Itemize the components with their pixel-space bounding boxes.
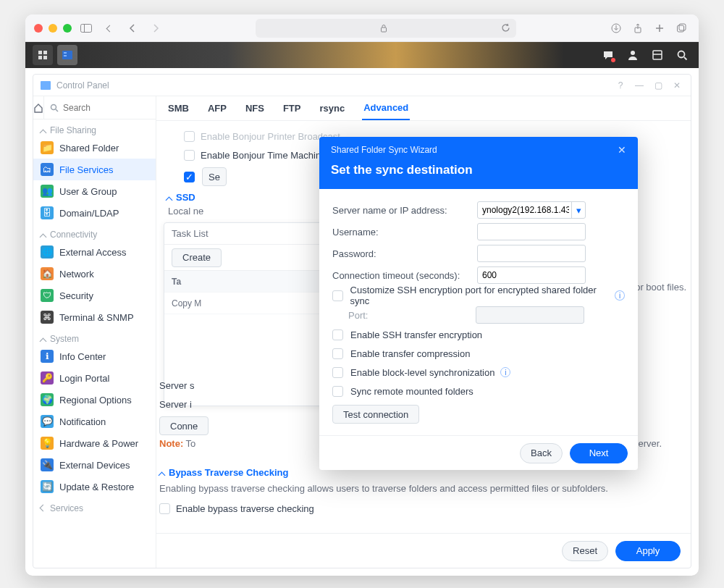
connect-button[interactable]: Conne bbox=[159, 416, 209, 435]
sidebar-item-external-devices[interactable]: 🔌External Devices bbox=[33, 454, 156, 476]
sidebar-item-file-services[interactable]: 🗂File Services bbox=[33, 159, 156, 180]
sidebar-item-terminal-snmp[interactable]: ⌘Terminal & SNMP bbox=[33, 306, 156, 328]
dsm-widgets-icon[interactable] bbox=[648, 46, 667, 64]
task-create-button[interactable]: Create bbox=[172, 248, 222, 267]
sidebar-item-notification[interactable]: 💬Notification bbox=[33, 411, 156, 432]
maximize-window-dot[interactable] bbox=[63, 24, 72, 33]
forward-icon[interactable] bbox=[147, 20, 164, 37]
server-combo[interactable]: ▾ bbox=[477, 201, 586, 219]
checkbox[interactable] bbox=[332, 290, 343, 301]
sidebar-item-shared-folder[interactable]: 📁Shared Folder bbox=[33, 137, 156, 159]
close-window-dot[interactable] bbox=[34, 24, 43, 33]
bypass-desc: Enabling bypass traverse checking allows… bbox=[159, 483, 683, 494]
window-close-icon[interactable]: ✕ bbox=[670, 80, 683, 91]
sidebar-search-input[interactable] bbox=[63, 103, 172, 113]
wizard-back-button[interactable]: Back bbox=[520, 443, 563, 463]
wizard-next-button[interactable]: Next bbox=[570, 443, 628, 463]
tab-nfs[interactable]: NFS bbox=[244, 97, 266, 119]
side-group-services[interactable]: Services bbox=[33, 497, 156, 515]
reset-button[interactable]: Reset bbox=[562, 541, 608, 561]
window-minimize-icon[interactable]: — bbox=[633, 80, 646, 91]
chk-custom-ssh-label: Customize SSH encryption port for encryp… bbox=[350, 285, 610, 306]
dsm-user-icon[interactable] bbox=[623, 46, 642, 64]
tab-advanced[interactable]: Advanced bbox=[362, 96, 410, 120]
notification-icon: 💬 bbox=[41, 415, 54, 428]
wizard-title: Set the sync destination bbox=[331, 163, 626, 177]
checkbox[interactable] bbox=[159, 503, 170, 514]
sidebar-item-domain-ldap[interactable]: 🗄Domain/LDAP bbox=[33, 202, 156, 224]
address-bar[interactable] bbox=[256, 19, 516, 38]
checkbox[interactable] bbox=[184, 131, 195, 142]
test-connection-button[interactable]: Test connection bbox=[332, 405, 419, 424]
new-tab-icon[interactable] bbox=[651, 20, 668, 37]
server-input[interactable] bbox=[477, 201, 586, 219]
svg-rect-6 bbox=[679, 24, 686, 30]
apply-button[interactable]: Apply bbox=[615, 541, 681, 561]
password-input[interactable] bbox=[477, 245, 586, 262]
svg-rect-13 bbox=[64, 55, 67, 56]
tab-ftp[interactable]: FTP bbox=[282, 97, 303, 119]
svg-point-14 bbox=[631, 51, 635, 55]
address-bar-wrap bbox=[170, 19, 602, 38]
sidebar-item-login-portal[interactable]: 🔑Login Portal bbox=[33, 367, 156, 389]
set-tm-folders-button[interactable]: Se bbox=[202, 167, 227, 186]
browser-window: Control Panel ? — ▢ ✕ File Sharing 📁Shar… bbox=[25, 14, 699, 576]
dsm-control-panel-taskbar-icon[interactable] bbox=[57, 45, 77, 65]
checkbox-checked[interactable]: ✓ bbox=[184, 172, 195, 182]
checkbox[interactable] bbox=[184, 150, 195, 161]
username-input[interactable] bbox=[477, 223, 586, 240]
dsm-chat-icon[interactable] bbox=[599, 46, 618, 64]
timeout-input[interactable] bbox=[477, 266, 586, 284]
sync-wizard-dialog: Shared Folder Sync Wizard✕ Set the sync … bbox=[319, 137, 638, 470]
sidebar-item-external-access[interactable]: 🌐External Access bbox=[33, 241, 156, 263]
back-icon[interactable] bbox=[124, 20, 141, 37]
window-maximize-icon[interactable]: ▢ bbox=[652, 80, 665, 91]
file-services-icon: 🗂 bbox=[41, 163, 54, 176]
sidebar-search-row bbox=[33, 96, 156, 119]
checkbox[interactable] bbox=[332, 329, 343, 340]
tab-rsync[interactable]: rsync bbox=[318, 97, 346, 119]
task-list-title: Task List bbox=[172, 228, 209, 239]
info-icon[interactable]: i bbox=[500, 367, 510, 377]
dsm-search-icon[interactable] bbox=[673, 46, 691, 64]
sidebar-item-user-group[interactable]: 👥User & Group bbox=[33, 180, 156, 202]
window-help-icon[interactable]: ? bbox=[614, 80, 627, 91]
login-portal-icon: 🔑 bbox=[41, 371, 54, 385]
reload-icon[interactable] bbox=[501, 23, 510, 33]
info-icon[interactable]: i bbox=[615, 290, 625, 301]
checkbox[interactable] bbox=[332, 367, 343, 378]
minimize-window-dot[interactable] bbox=[49, 24, 57, 33]
tab-smb[interactable]: SMB bbox=[167, 97, 190, 119]
sidebar-home-button[interactable] bbox=[33, 96, 44, 119]
sidebar-item-info-center[interactable]: ℹInfo Center bbox=[33, 345, 156, 367]
checkbox[interactable] bbox=[332, 348, 343, 359]
side-group-file-sharing[interactable]: File Sharing bbox=[33, 119, 156, 137]
dsm-taskbar bbox=[25, 42, 699, 68]
server-s-label: Server s bbox=[159, 380, 194, 391]
globe-icon: 🌐 bbox=[41, 245, 54, 259]
svg-rect-9 bbox=[38, 56, 42, 59]
sidebar-item-security[interactable]: 🛡Security bbox=[33, 285, 156, 306]
section-bypass-toggle[interactable]: Bypass Traverse Checking bbox=[159, 467, 288, 478]
side-group-connectivity[interactable]: Connectivity bbox=[33, 224, 156, 241]
sidebar-item-hardware-power[interactable]: 💡Hardware & Power bbox=[33, 432, 156, 454]
downloads-icon[interactable] bbox=[607, 20, 625, 37]
sidebar-item-update-restore[interactable]: 🔄Update & Restore bbox=[33, 476, 156, 497]
wizard-close-icon[interactable]: ✕ bbox=[618, 144, 626, 156]
wizard-header: Shared Folder Sync Wizard✕ Set the sync … bbox=[319, 137, 638, 189]
sidebar-item-network[interactable]: 🏠Network bbox=[33, 263, 156, 285]
dsm-main-menu-icon[interactable] bbox=[33, 45, 53, 65]
sidebar-item-regional[interactable]: 🌍Regional Options bbox=[33, 389, 156, 411]
users-icon: 👥 bbox=[41, 185, 54, 198]
chevron-down-icon[interactable] bbox=[101, 20, 118, 37]
sidebar-toggle-icon[interactable] bbox=[77, 20, 95, 37]
combo-caret-icon[interactable]: ▾ bbox=[571, 201, 586, 219]
svg-rect-5 bbox=[678, 25, 684, 32]
side-group-system[interactable]: System bbox=[33, 328, 156, 345]
tab-afp[interactable]: AFP bbox=[206, 97, 228, 119]
tabs-overview-icon[interactable] bbox=[673, 20, 690, 37]
network-icon: 🏠 bbox=[41, 267, 54, 280]
checkbox[interactable] bbox=[332, 386, 343, 397]
svg-rect-2 bbox=[382, 28, 387, 32]
share-icon[interactable] bbox=[629, 20, 647, 37]
